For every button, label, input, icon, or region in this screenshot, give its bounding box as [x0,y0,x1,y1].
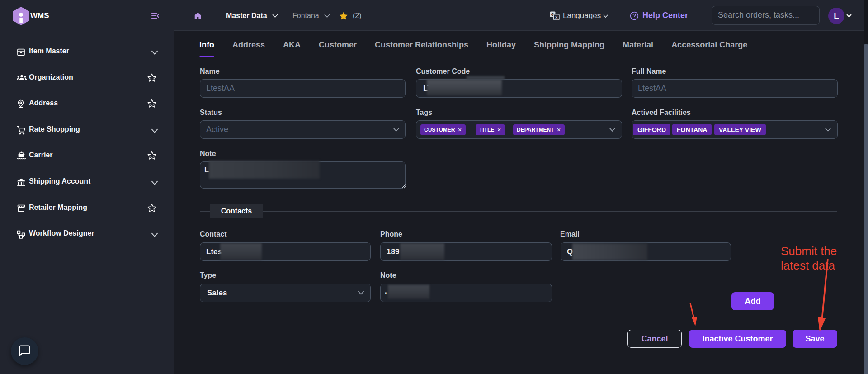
svg-text:x: x [555,15,557,19]
